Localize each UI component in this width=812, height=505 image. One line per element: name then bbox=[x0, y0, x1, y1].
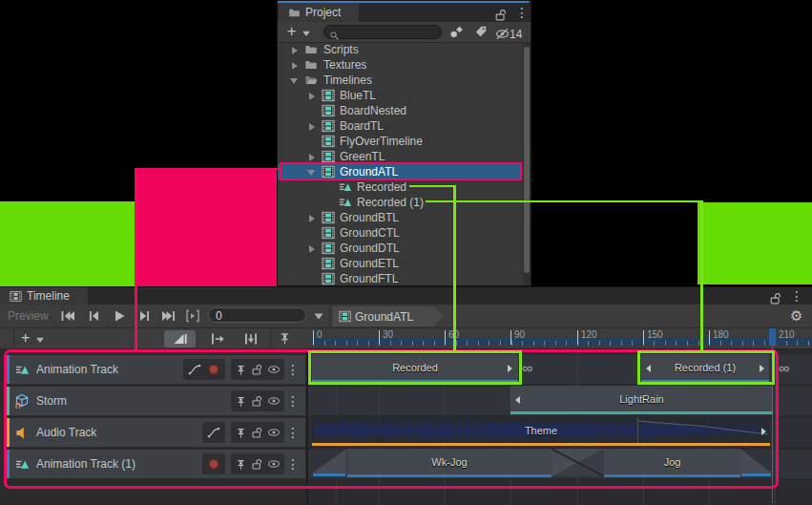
lock-icon[interactable] bbox=[251, 427, 263, 439]
tree-item-boardnested[interactable]: BoardNested bbox=[278, 103, 522, 118]
lock-icon[interactable] bbox=[251, 458, 263, 471]
ruler-label: 0 bbox=[313, 329, 323, 340]
chevron-down-icon bbox=[301, 28, 312, 39]
control-track-icon bbox=[14, 393, 30, 409]
ruler-label: 150 bbox=[643, 329, 663, 340]
hidden-count-toggle[interactable]: 14 bbox=[495, 25, 522, 42]
scrollbar-thumb[interactable] bbox=[524, 47, 530, 273]
animation-clip-icon bbox=[15, 457, 30, 472]
tree-item-timelines[interactable]: Timelines bbox=[278, 73, 522, 88]
marker-toggle-button[interactable] bbox=[275, 330, 294, 347]
pin-icon[interactable] bbox=[235, 395, 247, 408]
tree-item-groundbtl[interactable]: GroundBTL bbox=[278, 210, 522, 225]
track-menu-icon[interactable]: ⋮ bbox=[286, 426, 300, 439]
clip-recorded-1[interactable]: Recorded (1) bbox=[641, 354, 769, 383]
project-menu-icon[interactable]: ⋮ bbox=[515, 6, 529, 19]
timeline-window-icon bbox=[10, 290, 22, 303]
clip-jog[interactable]: Jog bbox=[604, 449, 740, 477]
tree-item-flyovertimeline[interactable]: FlyOverTimeline bbox=[278, 134, 522, 149]
timeline-menu-icon[interactable]: ⋮ bbox=[790, 289, 803, 303]
eye-icon[interactable] bbox=[267, 394, 281, 408]
track-header-audio-track[interactable]: Audio Track ⋮ bbox=[6, 418, 305, 447]
tree-item-recorded-1[interactable]: Recorded (1) bbox=[278, 195, 522, 210]
create-asset-button[interactable]: + bbox=[285, 23, 318, 41]
track-menu-icon[interactable]: ⋮ bbox=[286, 394, 300, 408]
eye-icon[interactable] bbox=[267, 426, 281, 439]
record-button-icon[interactable] bbox=[207, 363, 220, 376]
track-name: Audio Track bbox=[36, 426, 96, 439]
frame-field[interactable]: 0 bbox=[208, 307, 306, 323]
eye-icon[interactable] bbox=[267, 363, 281, 376]
track-header-animation-track-1[interactable]: Animation Track (1) ⋮ bbox=[6, 450, 305, 478]
project-scrollbar[interactable] bbox=[523, 43, 531, 285]
breadcrumb[interactable]: GroundATL bbox=[333, 306, 444, 326]
clip-edge-arrow-icon[interactable] bbox=[508, 365, 512, 372]
clip-edge-arrow-icon[interactable] bbox=[760, 365, 764, 372]
replace-mode-button[interactable] bbox=[237, 330, 265, 347]
clip-edge-arrow-icon[interactable] bbox=[761, 428, 766, 435]
project-tabbar: Project ⋮ bbox=[278, 3, 531, 22]
track-name: Animation Track (1) bbox=[36, 457, 135, 471]
add-track-button[interactable]: + bbox=[17, 329, 50, 347]
track-header-storm[interactable]: Storm ⋮ bbox=[6, 387, 305, 415]
tree-item-bluetl[interactable]: BlueTL bbox=[278, 88, 522, 103]
record-button-icon[interactable] bbox=[207, 457, 220, 471]
screenshot-root: Timeline ⋮ Preview 0 Gr bbox=[0, 0, 812, 505]
tree-item-boardtl[interactable]: BoardTL bbox=[278, 118, 522, 134]
clip-wk-jog[interactable]: Wk-Jog bbox=[347, 449, 552, 477]
tab-timeline[interactable]: Timeline bbox=[0, 287, 88, 305]
tree-item-recorded[interactable]: Recorded bbox=[278, 179, 522, 195]
clip-crossfade[interactable] bbox=[552, 449, 604, 476]
tree-item-greentl[interactable]: GreenTL bbox=[278, 149, 522, 164]
tree-item-groundetl[interactable]: GroundETL bbox=[278, 256, 522, 271]
timeline-tabbar: Timeline ⋮ bbox=[0, 287, 812, 305]
frame-dropdown-icon[interactable] bbox=[312, 309, 325, 326]
pin-icon[interactable] bbox=[235, 364, 247, 376]
tree-item-grounddtl[interactable]: GroundDTL bbox=[278, 241, 522, 256]
clip-recorded[interactable]: Recorded bbox=[312, 354, 518, 383]
track-menu-icon[interactable]: ⋮ bbox=[286, 457, 300, 471]
scene-green-left bbox=[0, 201, 135, 286]
playhead-marker[interactable] bbox=[769, 328, 776, 346]
tree-item-groundftl[interactable]: GroundFTL bbox=[278, 271, 522, 286]
play-range-button[interactable] bbox=[185, 308, 200, 327]
tree-item-groundctl[interactable]: GroundCTL bbox=[278, 225, 522, 241]
loop-infinity-icon: ∞ bbox=[779, 354, 789, 383]
timeline-settings-gear-icon[interactable]: ⚙ bbox=[790, 308, 802, 323]
search-input[interactable] bbox=[323, 25, 442, 39]
eye-icon[interactable] bbox=[267, 457, 281, 471]
lock-icon[interactable] bbox=[251, 395, 263, 408]
next-frame-button[interactable] bbox=[137, 308, 153, 327]
project-lock-icon[interactable] bbox=[494, 6, 508, 23]
tree-item-scripts[interactable]: Scripts bbox=[278, 42, 522, 57]
clip-lightrain[interactable]: LightRain bbox=[510, 386, 773, 414]
scene-green-right bbox=[697, 202, 812, 284]
track-menu-icon[interactable]: ⋮ bbox=[286, 363, 300, 376]
pin-icon[interactable] bbox=[235, 458, 247, 471]
ruler-label: 210 bbox=[775, 329, 795, 340]
tree-item-textures[interactable]: Textures bbox=[278, 57, 522, 73]
track-header-animation-track[interactable]: Animation Track ⋮ bbox=[6, 355, 305, 384]
go-to-start-button[interactable] bbox=[59, 308, 75, 327]
preview-toggle[interactable]: Preview bbox=[8, 309, 49, 323]
ripple-mode-button[interactable] bbox=[203, 330, 232, 347]
play-button[interactable] bbox=[112, 308, 127, 327]
curves-toggle-icon[interactable] bbox=[207, 426, 220, 439]
search-by-label-button[interactable] bbox=[474, 25, 488, 42]
tree-item-groundatl[interactable]: GroundATL bbox=[278, 164, 522, 179]
previous-frame-button[interactable] bbox=[86, 308, 101, 327]
lock-icon[interactable] bbox=[251, 364, 263, 376]
scene-magenta-block bbox=[135, 169, 278, 286]
search-by-type-button[interactable] bbox=[449, 25, 464, 43]
playhead-line bbox=[772, 345, 773, 503]
clip-theme[interactable]: Theme bbox=[312, 417, 770, 446]
tab-project[interactable]: Project bbox=[279, 3, 359, 22]
breadcrumb-label: GroundATL bbox=[355, 310, 413, 324]
mix-mode-button[interactable] bbox=[164, 330, 196, 347]
go-to-end-button[interactable] bbox=[161, 308, 177, 327]
curves-toggle-icon[interactable] bbox=[188, 363, 201, 376]
time-ruler[interactable]: 0 30 60 90 120 150 180 210 bbox=[310, 328, 812, 346]
track-header-divider[interactable] bbox=[306, 349, 308, 505]
project-toolbar: + 14 bbox=[278, 22, 531, 43]
pin-icon[interactable] bbox=[235, 427, 247, 439]
